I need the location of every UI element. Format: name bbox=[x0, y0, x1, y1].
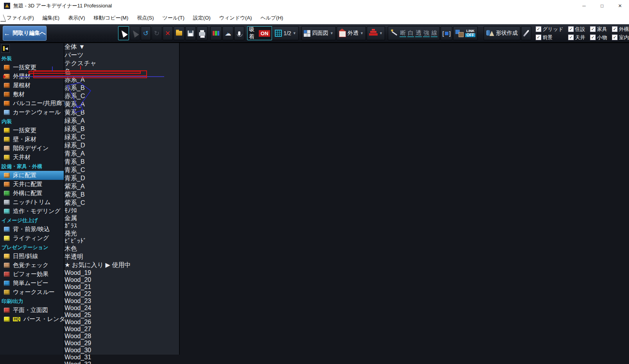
color-category-checkbox[interactable]: 金属 bbox=[65, 214, 179, 222]
color-swatch[interactable]: Wood_23 bbox=[65, 298, 179, 305]
color-swatch[interactable]: Wood_30 bbox=[65, 347, 179, 354]
color-category-checkbox[interactable]: 青系_B bbox=[65, 158, 179, 166]
checkbox-checked-icon[interactable]: ✓ bbox=[536, 34, 541, 40]
section-display-toggle[interactable]: 白 bbox=[407, 29, 414, 38]
delete-button[interactable]: ✕ bbox=[163, 26, 173, 40]
sidebar-item[interactable]: 背・前景/映込 bbox=[0, 225, 64, 234]
cloud-upload-button[interactable]: ☁ bbox=[222, 26, 233, 40]
menu-item[interactable]: ツール(T) bbox=[158, 12, 189, 24]
checkbox-checked-icon[interactable]: ✓ bbox=[568, 34, 574, 40]
back-to-floorplan-button[interactable]: ← 間取り編集へ bbox=[3, 26, 47, 41]
checkbox-checked-icon[interactable]: ✓ bbox=[590, 26, 596, 32]
sidebar-item[interactable]: ライティング bbox=[0, 234, 64, 243]
sidebar-item[interactable]: 日照/斜線 bbox=[0, 252, 64, 261]
menu-item[interactable]: 表示(V) bbox=[64, 12, 89, 24]
checkbox-checked-icon[interactable]: ✓ bbox=[590, 34, 596, 40]
camera-frustum-icon[interactable] bbox=[65, 82, 98, 113]
color-category-checkbox[interactable]: 半透明 bbox=[65, 253, 179, 261]
sidebar-collapse-button[interactable] bbox=[1, 44, 10, 53]
open-file-button[interactable] bbox=[174, 26, 185, 40]
sidebar-item[interactable]: ビフォー効果 bbox=[0, 270, 64, 279]
menu-item[interactable]: 視点(S) bbox=[133, 12, 158, 24]
color-category-checkbox[interactable]: 緑系_C bbox=[65, 133, 179, 142]
close-button[interactable]: ✕ bbox=[611, 0, 629, 12]
color-category-checkbox[interactable]: 青系_C bbox=[65, 166, 179, 174]
sidebar-item[interactable]: 天井に配置 bbox=[0, 180, 64, 189]
sweep-object-elevation[interactable] bbox=[29, 71, 141, 74]
grid-scale-dropdown[interactable]: 1/2 ▼ bbox=[272, 26, 298, 40]
in-use-play-icon[interactable]: ▶ bbox=[105, 262, 110, 268]
snap-toggle-button[interactable]: 吸着 ON bbox=[247, 26, 272, 40]
checkbox-checked-icon[interactable]: ✓ bbox=[568, 26, 574, 32]
multi-select-tool-button[interactable] bbox=[130, 26, 140, 40]
color-category-checkbox[interactable]: 木色 bbox=[65, 245, 179, 253]
sidebar-item[interactable]: 壁・床材 bbox=[0, 135, 64, 144]
undo-button[interactable]: ↺ bbox=[141, 26, 151, 40]
shape-create-button[interactable]: 形状作成 bbox=[484, 26, 520, 40]
color-swatch[interactable]: Wood_19 bbox=[65, 269, 179, 276]
scope-dropdown[interactable]: 全体 ▼ bbox=[65, 43, 179, 51]
exterior-transparent-dropdown[interactable]: 外透 ▼ bbox=[337, 26, 366, 40]
color-swatch[interactable]: Wood_32 bbox=[65, 361, 179, 364]
color-swatch[interactable]: Wood_29 bbox=[65, 340, 179, 347]
data-library-button[interactable] bbox=[210, 26, 222, 40]
redo-button[interactable]: ↻ bbox=[152, 26, 162, 40]
sidebar-item[interactable]: ニッチ/トリム bbox=[0, 198, 64, 207]
sidebar-item[interactable]: ウォークスルー bbox=[0, 288, 64, 297]
menu-item[interactable]: 設定(O) bbox=[189, 12, 215, 24]
sidebar-item[interactable]: 床に配置 bbox=[0, 171, 64, 180]
color-category-checkbox[interactable]: ﾋﾞﾋﾞｯﾄﾞ bbox=[65, 238, 179, 245]
color-swatch[interactable]: Wood_25 bbox=[65, 312, 179, 319]
sidebar-item[interactable]: 屋根材 bbox=[0, 81, 64, 90]
color-category-checkbox[interactable]: 緑系_A bbox=[65, 117, 179, 125]
sidebar-item[interactable]: HQパース・レンダリング bbox=[0, 315, 64, 324]
sidebar-item[interactable]: 平面・立面図 bbox=[0, 306, 64, 315]
print-button[interactable] bbox=[197, 26, 208, 40]
sidebar-item[interactable]: 簡単ムービー bbox=[0, 279, 64, 288]
section-display-toggle[interactable]: 透 bbox=[415, 29, 422, 38]
color-category-checkbox[interactable]: 紫系_A bbox=[65, 183, 179, 191]
texture-tab-item[interactable]: パーツ bbox=[65, 51, 179, 59]
menu-item[interactable]: 編集(E) bbox=[38, 12, 64, 24]
color-category-checkbox[interactable]: 発光 bbox=[65, 230, 179, 238]
color-swatch[interactable]: Wood_26 bbox=[65, 319, 179, 326]
section-line-tools[interactable]: 断白透強線 bbox=[388, 26, 440, 40]
sidebar-item[interactable]: 一括変更 bbox=[0, 126, 64, 135]
sidebar-item[interactable]: 色覚チェック bbox=[0, 261, 64, 270]
minimize-button[interactable]: ─ bbox=[575, 0, 593, 12]
roof-display-dropdown[interactable]: ▼ bbox=[367, 26, 385, 40]
sidebar-item[interactable]: 造作・モデリング bbox=[0, 207, 64, 216]
save-button[interactable] bbox=[185, 26, 196, 40]
menu-item[interactable]: ウィンドウ(A) bbox=[215, 12, 256, 24]
maximize-button[interactable]: □ bbox=[593, 0, 611, 12]
color-swatch[interactable]: Wood_21 bbox=[65, 283, 179, 290]
color-category-checkbox[interactable]: 青系_A bbox=[65, 150, 179, 158]
menu-item[interactable]: ファイル(F) bbox=[2, 12, 38, 24]
color-category-checkbox[interactable]: ﾓﾉｸﾛ bbox=[65, 207, 179, 214]
four-view-dropdown[interactable]: 四面図 ▼ bbox=[301, 26, 336, 40]
link-toggle-button[interactable]: LINKOFF bbox=[453, 26, 478, 40]
color-swatch[interactable]: Wood_20 bbox=[65, 276, 179, 283]
sidebar-item[interactable]: カーテンウォール bbox=[0, 108, 64, 117]
color-category-checkbox[interactable]: 紫系_B bbox=[65, 191, 179, 199]
color-category-checkbox[interactable]: 青系_D bbox=[65, 174, 179, 183]
color-swatch[interactable]: Wood_27 bbox=[65, 326, 179, 333]
sidebar-item[interactable]: 外構に配置 bbox=[0, 189, 64, 198]
select-tool-button[interactable] bbox=[118, 26, 129, 40]
checkbox-checked-icon[interactable]: ✓ bbox=[612, 34, 618, 40]
color-swatch[interactable]: Wood_22 bbox=[65, 290, 179, 298]
sidebar-item[interactable]: バルコニー/共用廊下 bbox=[0, 99, 64, 108]
color-swatch[interactable]: Wood_28 bbox=[65, 333, 179, 340]
color-category-checkbox[interactable]: 紫系_C bbox=[65, 199, 179, 207]
checkbox-checked-icon[interactable]: ✓ bbox=[612, 26, 618, 32]
menu-item[interactable]: 移動/コピー(M) bbox=[90, 12, 133, 24]
checkbox-checked-icon[interactable]: ✓ bbox=[536, 26, 541, 32]
color-swatch[interactable]: Wood_24 bbox=[65, 305, 179, 312]
favorites-star-icon[interactable]: ★ bbox=[65, 262, 70, 268]
color-swatch[interactable]: Wood_31 bbox=[65, 354, 179, 361]
texture-tab-item[interactable]: テクスチャ bbox=[65, 59, 179, 68]
section-display-toggle[interactable]: 線 bbox=[431, 29, 437, 38]
focus-frame-button[interactable]: [] bbox=[441, 26, 452, 40]
section-display-toggle[interactable]: 断 bbox=[400, 29, 406, 38]
sidebar-item[interactable]: 階段デザイン bbox=[0, 144, 64, 153]
